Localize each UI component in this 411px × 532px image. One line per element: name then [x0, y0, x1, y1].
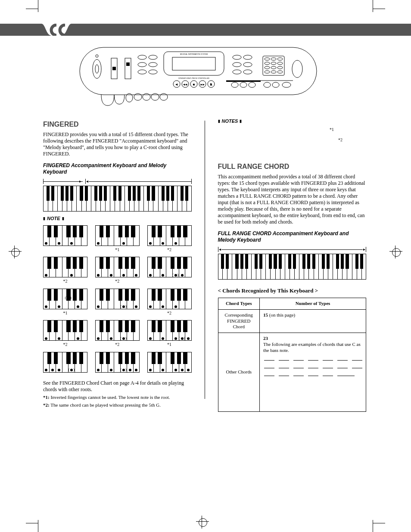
svg-point-12	[149, 62, 157, 67]
footnote-2: *2: The same chord can be played without…	[43, 402, 192, 408]
svg-point-26	[277, 58, 283, 60]
left-column: FINGERED FINGERED provides you with a to…	[43, 118, 192, 412]
chord-diagram: *2	[43, 257, 87, 284]
svg-rect-23	[263, 56, 284, 75]
chord-diagram: ()*1	[147, 320, 192, 348]
svg-point-33	[265, 71, 270, 73]
td-other-label: Other Chords	[218, 333, 260, 412]
svg-text:SONG/ETUDE/C.PIECE CONTROLLER: SONG/ETUDE/C.PIECE CONTROLLER	[178, 77, 209, 79]
svg-rect-7	[125, 58, 131, 79]
frc-heading: FULL RANGE CHORD	[218, 162, 367, 171]
chord-diagram: ()*2	[95, 320, 140, 348]
svg-point-22	[243, 70, 252, 74]
svg-point-25	[271, 58, 276, 60]
chord-footnote-marker: *1	[43, 311, 87, 316]
svg-point-19	[233, 62, 241, 67]
music-staff-row	[264, 364, 362, 369]
svg-point-47	[231, 82, 238, 87]
chord-diagram: ()	[43, 352, 87, 374]
svg-rect-15	[172, 57, 215, 70]
kbd-split-bracket: ▸ ◂	[43, 178, 192, 185]
svg-point-51	[272, 82, 279, 87]
chord-diagram: *1	[95, 225, 140, 253]
frc-intro: This accompaniment method provides a tot…	[218, 174, 367, 225]
svg-point-27	[265, 62, 270, 65]
chord-footnote-marker: *2	[147, 247, 192, 253]
svg-point-31	[271, 66, 276, 69]
svg-point-11	[138, 62, 146, 67]
table-caption: < Chords Recognized by This Keyboard >	[218, 287, 367, 294]
svg-point-32	[277, 66, 283, 69]
svg-point-52	[282, 82, 291, 87]
svg-point-28	[271, 62, 276, 65]
chord-types-table: Chord Types Number of Types Correspondin…	[218, 298, 367, 412]
td-fingered-count: 15 (on this page)	[260, 309, 366, 333]
svg-point-35	[277, 71, 283, 73]
svg-point-9	[138, 55, 146, 59]
svg-point-30	[265, 66, 270, 69]
notes-star1: *1	[330, 127, 334, 133]
note-label: NOTE	[43, 216, 192, 222]
chord-diagram: ()	[95, 352, 140, 374]
frc-full-keyboard	[218, 254, 367, 280]
svg-text:►►: ►►	[200, 84, 205, 86]
chord-footnote-marker: *1	[95, 247, 140, 253]
svg-point-49	[249, 82, 255, 87]
svg-rect-6	[112, 67, 116, 70]
svg-point-20	[243, 62, 252, 67]
svg-point-4	[292, 60, 302, 78]
chord-diagram: ()	[95, 289, 140, 316]
chord-diagram	[43, 225, 87, 253]
notes-star2: *2	[338, 137, 342, 143]
chord-diagram-grid: *1*2*2*2()()*1()*2*2()*2()*1()()	[43, 225, 192, 374]
column-divider	[205, 121, 205, 399]
chord-footnote-marker: *2	[147, 311, 192, 316]
svg-point-10	[149, 55, 157, 59]
chord-footnote-marker: *2	[43, 342, 87, 348]
frc-bracket: ◂ ▸	[218, 246, 367, 253]
music-staff-row	[264, 372, 362, 376]
td-other-content: 23 The following are examples of chords …	[260, 333, 366, 412]
svg-text:R: R	[210, 83, 212, 86]
chord-diagram: ()*1	[43, 289, 87, 316]
fingered-intro: FINGERED provides you with a total of 15…	[43, 131, 192, 157]
th-chord-types: Chord Types	[218, 298, 260, 310]
chord-diagram: *2	[147, 289, 192, 316]
svg-point-34	[271, 71, 276, 73]
fingered-full-keyboard	[43, 186, 192, 212]
svg-point-2	[95, 65, 99, 73]
svg-point-57	[143, 93, 150, 100]
svg-point-17	[233, 55, 241, 59]
right-column: NOTES *1 *2 FULL RANGE CHORD This accomp…	[218, 118, 367, 412]
chord-diagram: ()	[147, 257, 192, 284]
td-fingered-label: Corresponding FINGERED Chord	[218, 309, 260, 333]
chord-diagram	[147, 352, 192, 374]
chord-footnote-marker: *2	[95, 279, 140, 284]
svg-point-58	[151, 93, 159, 100]
svg-text:■: ■	[193, 83, 195, 86]
th-number: Number of Types	[260, 298, 366, 310]
chord-footnote-marker: *1	[147, 342, 192, 348]
chord-diagram: *2	[147, 225, 192, 253]
svg-point-13	[138, 70, 146, 74]
svg-point-56	[134, 93, 142, 100]
chord-diagram: *2	[95, 257, 140, 284]
fingered-sub: FINGERED Accompaniment Keyboard and Melo…	[43, 162, 192, 175]
svg-point-50	[264, 82, 271, 87]
after-grid-text: See the FINGERED Chord Chart on page A-4…	[43, 380, 192, 393]
header-tab	[41, 24, 72, 36]
svg-point-24	[265, 58, 270, 60]
svg-point-29	[277, 62, 283, 65]
svg-point-21	[233, 70, 241, 74]
svg-point-59	[160, 93, 168, 100]
product-diagram: MUSICAL INFORMATION SYSTEM SONG/ETUDE/C.…	[78, 45, 319, 110]
svg-text:◄: ◄	[175, 83, 178, 86]
svg-point-48	[240, 82, 247, 87]
chord-footnote-marker: *2	[43, 279, 87, 284]
svg-point-3	[96, 55, 98, 57]
chord-footnote-marker: *2	[95, 342, 140, 348]
music-staff-row	[264, 357, 362, 361]
footnote-1: *1: Inverted fingerings cannot be used. …	[43, 395, 192, 401]
svg-rect-54	[226, 81, 261, 82]
svg-rect-8	[126, 62, 130, 66]
